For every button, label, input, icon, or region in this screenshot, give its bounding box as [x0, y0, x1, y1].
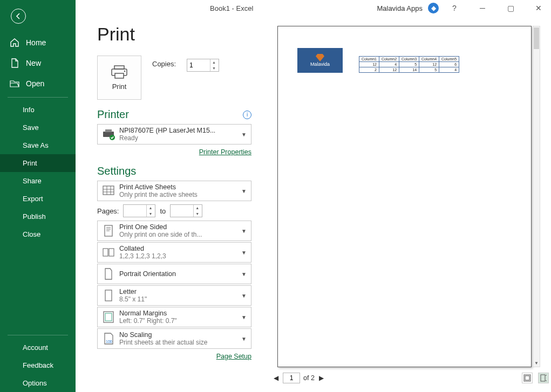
- sidebar-item-home[interactable]: Home: [0, 32, 76, 53]
- dd-title: Normal Margins: [119, 310, 240, 317]
- sidebar-item-feedback[interactable]: Feedback: [0, 356, 76, 374]
- svg-text:100: 100: [106, 340, 112, 343]
- preview-page: Malavida Column1Column2Column3Column4Col…: [277, 26, 532, 367]
- table-header: Column2: [379, 57, 399, 62]
- print-what-dropdown[interactable]: Print Active SheetsOnly print the active…: [97, 181, 251, 201]
- paper-dropdown[interactable]: Letter8.5" x 11" ▼: [97, 285, 251, 306]
- sheets-icon: [101, 183, 116, 198]
- dd-title: No Scaling: [119, 331, 240, 339]
- svg-rect-22: [525, 376, 529, 380]
- sidebar-item-open[interactable]: Open: [0, 73, 76, 94]
- svg-rect-16: [109, 249, 114, 256]
- preview-scrollbar[interactable]: ▲ ▼: [533, 26, 540, 367]
- scroll-thumb[interactable]: [534, 27, 539, 49]
- orientation-dropdown[interactable]: Portrait Orientation ▼: [97, 264, 251, 284]
- page-number-input[interactable]: [283, 373, 300, 383]
- titlebar: Book1 - Excel Malavida Apps ◆ ? ─ ▢ ✕: [0, 0, 551, 16]
- chevron-down-icon: ▼: [240, 336, 248, 342]
- app-icon[interactable]: ◆: [428, 3, 439, 13]
- portrait-icon: [101, 266, 116, 281]
- printer-dropdown[interactable]: NPI87607E (HP LaserJet M15... Ready ▼: [97, 124, 251, 145]
- svg-rect-6: [114, 66, 124, 69]
- svg-rect-17: [105, 290, 112, 301]
- svg-rect-15: [103, 249, 108, 256]
- shield-icon: [316, 54, 324, 61]
- sidebar-item-save-as[interactable]: Save As: [0, 136, 76, 154]
- page-icon: [101, 223, 116, 238]
- preview-table: Column1Column2Column3Column4Column512451…: [359, 56, 459, 73]
- page-count-label: of 2: [303, 374, 315, 382]
- pages-label: Pages:: [97, 207, 119, 215]
- svg-rect-13: [103, 186, 114, 195]
- dd-sub: Only print the active sheets: [119, 191, 240, 198]
- printer-device-icon: [101, 127, 116, 142]
- table-row: 1245126: [359, 62, 459, 67]
- sidebar-label: New: [26, 59, 41, 67]
- sidebar-item-new[interactable]: New: [0, 53, 76, 73]
- sidebar-separator: [8, 335, 68, 335]
- printer-name: NPI87607E (HP LaserJet M15...: [119, 127, 240, 134]
- preview-pager: ◀ of 2 ▶: [264, 370, 551, 386]
- sidebar-label: Home: [26, 38, 46, 47]
- chevron-down-icon: ▼: [240, 132, 248, 137]
- page-setup-link[interactable]: Page Setup: [216, 353, 251, 360]
- copies-input[interactable]: [187, 60, 210, 70]
- sidebar-item-close[interactable]: Close: [0, 225, 76, 243]
- margins-icon: [101, 310, 116, 325]
- print-button[interactable]: Print: [97, 56, 141, 100]
- pages-to-input[interactable]: ▲▼: [170, 204, 202, 217]
- svg-rect-11: [105, 129, 112, 132]
- scroll-down-icon[interactable]: ▼: [533, 359, 540, 367]
- dd-title: Collated: [119, 245, 240, 252]
- sidebar-item-share[interactable]: Share: [0, 172, 76, 190]
- zoom-to-page-button[interactable]: [538, 373, 549, 383]
- margins-dropdown[interactable]: Normal MarginsLeft: 0.7" Right: 0.7" ▼: [97, 307, 251, 327]
- preview-logo: Malavida: [297, 48, 343, 73]
- paper-icon: [101, 288, 116, 303]
- spin-down-icon[interactable]: ▼: [210, 65, 217, 71]
- next-page-button[interactable]: ▶: [318, 374, 325, 382]
- scaling-dropdown[interactable]: 100 No ScalingPrint sheets at their actu…: [97, 328, 251, 349]
- dd-title: Print One Sided: [119, 223, 240, 231]
- show-margins-button[interactable]: [522, 373, 533, 383]
- close-button[interactable]: ✕: [526, 0, 551, 16]
- dd-title: Print Active Sheets: [119, 183, 240, 191]
- prev-page-button[interactable]: ◀: [272, 374, 280, 382]
- info-icon[interactable]: i: [243, 111, 251, 119]
- home-icon: [10, 38, 19, 47]
- back-button[interactable]: [0, 0, 76, 32]
- printer-properties-link[interactable]: Printer Properties: [199, 148, 251, 156]
- sidebar-item-print[interactable]: Print: [0, 154, 76, 172]
- pages-from-input[interactable]: ▲▼: [123, 204, 155, 217]
- printer-status: Ready: [119, 134, 240, 142]
- sidebar-item-publish[interactable]: Publish: [0, 208, 76, 225]
- chevron-down-icon: ▼: [240, 293, 248, 299]
- sidebar-item-save[interactable]: Save: [0, 119, 76, 136]
- table-header: Column1: [359, 57, 379, 62]
- sidebar-item-export[interactable]: Export: [0, 190, 76, 208]
- sidebar-item-account[interactable]: Account: [0, 339, 76, 356]
- sidebar-item-info[interactable]: Info: [0, 101, 76, 119]
- collated-icon: [101, 245, 116, 260]
- chevron-down-icon: ▼: [240, 188, 248, 194]
- dd-sub: Only print on one side of th...: [119, 231, 240, 238]
- table-header: Column5: [439, 57, 459, 62]
- copies-spinbox[interactable]: ▲▼: [187, 59, 219, 72]
- sided-dropdown[interactable]: Print One SidedOnly print on one side of…: [97, 221, 251, 241]
- svg-rect-23: [541, 375, 545, 381]
- dd-title: Letter: [119, 288, 240, 295]
- print-button-label: Print: [112, 82, 127, 91]
- settings-heading: Settings: [97, 165, 136, 177]
- printer-heading: Printer: [97, 108, 129, 121]
- chevron-down-icon: ▼: [240, 314, 248, 320]
- dd-sub: 8.5" x 11": [119, 295, 240, 303]
- collated-dropdown[interactable]: Collated1,2,3 1,2,3 1,2,3 ▼: [97, 242, 251, 263]
- table-header: Column4: [419, 57, 439, 62]
- minimize-button[interactable]: ─: [470, 0, 495, 16]
- help-button[interactable]: ?: [442, 0, 467, 16]
- table-header: Column3: [399, 57, 419, 62]
- sidebar-label: Open: [26, 79, 44, 88]
- sidebar-item-options[interactable]: Options: [0, 374, 76, 392]
- spin-up-icon[interactable]: ▲: [210, 59, 217, 65]
- maximize-button[interactable]: ▢: [498, 0, 523, 16]
